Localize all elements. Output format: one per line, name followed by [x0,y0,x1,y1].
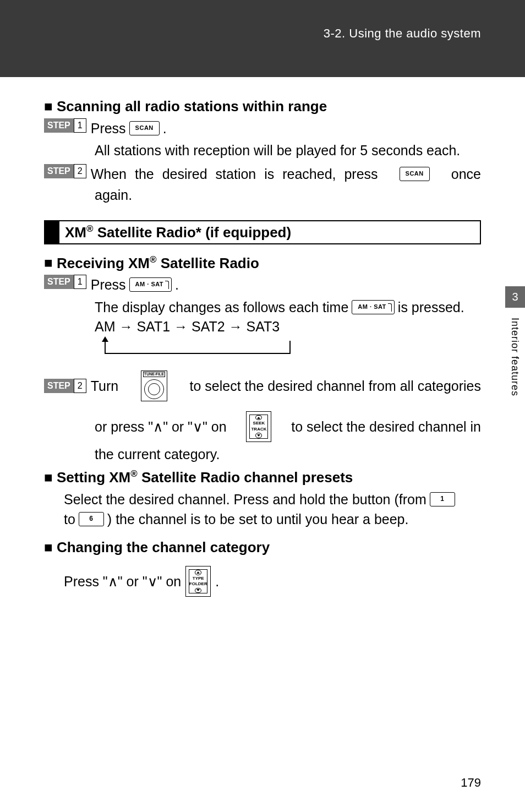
reg-mark: ® [86,224,93,234]
step1-text: Press SCAN . [91,118,481,138]
section-marker [45,221,59,243]
sequence-text: AM → SAT1 → SAT2 → SAT3 [95,319,280,334]
type-folder-button[interactable]: TYPE FOLDER [185,566,211,597]
section-title: XM® Satellite Radio* (if equipped) [59,221,297,243]
seek-label-2: TRACK [251,427,266,432]
heading-category: Changing the channel category [44,539,481,556]
band-sequence: AM → SAT1 → SAT2 → SAT3 [95,317,481,361]
rstep2-line1: Turn TUNE·FILE to select the desired cha… [91,370,481,401]
step-label: STEP [44,275,74,289]
scanning-step1: STEP 1 Press SCAN . [44,118,481,138]
step2-a: When the desired station is reached, pre… [91,164,378,184]
presets-b: to [64,509,75,529]
section-title-a: XM [65,224,86,241]
chapter-number: 3 [505,286,525,308]
step-number: 1 [74,118,86,133]
rstep2-e: the current category. [95,444,481,464]
reg-mark: ® [130,468,137,479]
presets-line1: Select the desired channel. Press and ho… [64,489,481,509]
page-number: 179 [461,776,481,790]
receiving-step1: STEP 1 Press AM · SAT . [44,275,481,295]
heading-presets: Setting XM® Satellite Radio channel pres… [44,468,481,486]
type-label-2: FOLDER [189,582,207,586]
step1-dot: . [163,118,167,138]
tune-file-knob[interactable]: TUNE·FILE [141,370,167,401]
breadcrumb: 3-2. Using the audio system [324,26,481,41]
page-content: Scanning all radio stations within range… [0,77,525,597]
scan-button[interactable]: SCAN [400,167,430,181]
step-badge: STEP 2 [44,379,86,393]
rstep2-c: or press "∧" or "∨" on [95,417,227,437]
step2-once: once [451,164,481,184]
step2-again: again. [95,185,481,205]
side-tab: 3 Interior features [505,286,525,479]
tune-file-label: TUNE·FILE [143,372,165,377]
step1-desc: All stations with reception will be play… [95,140,481,160]
type-label-1: TYPE [193,576,204,581]
step2-text: When the desired station is reached, pre… [91,164,481,184]
rstep2-turn: Turn [91,376,118,396]
category-dot: . [215,571,219,591]
step-badge: STEP 1 [44,118,86,133]
rstep1-desc: The display changes as follows each time… [95,297,481,317]
rstep1-press: Press [91,275,126,295]
step-number: 2 [74,379,86,393]
presets-line2: to 6 ) the channel is to be set to until… [64,509,481,529]
step-badge: STEP 2 [44,164,86,178]
step-label: STEP [44,164,74,178]
step1-press: Press [91,118,126,138]
section-title-b: Satellite Radio* (if equipped) [93,224,291,241]
step-badge: STEP 1 [44,275,86,289]
seek-label-1: SEEK [253,421,265,426]
sequence-loop-icon [98,337,291,361]
presets-a: Select the desired channel. Press and ho… [64,489,426,509]
category-line: Press "∧" or "∨" on TYPE FOLDER . [64,566,481,597]
preset-1-button[interactable]: 1 [430,492,455,506]
receiving-step2: STEP 2 Turn TUNE·FILE to select the desi… [44,370,481,401]
category-a: Press "∧" or "∨" on [64,571,181,591]
heading-receiving-a: Receiving XM [57,254,150,271]
preset-6-button[interactable]: 6 [79,512,104,526]
step-label: STEP [44,379,74,393]
rstep1-desc-b: is pressed. [398,297,464,317]
rstep2-b: to select the desired channel from all c… [190,376,481,396]
seek-track-button[interactable]: SEEK TRACK [246,411,271,442]
presets-c: ) the channel is to be set to until you … [107,509,409,529]
heading-receiving: Receiving XM® Satellite Radio [44,254,481,272]
step-label: STEP [44,118,74,133]
rstep1-dot: . [175,275,179,295]
rstep2-d: to select the desired channel in [291,417,481,437]
scan-button[interactable]: SCAN [129,121,160,135]
xm-section-bar: XM® Satellite Radio* (if equipped) [44,220,481,244]
chapter-label: Interior features [505,308,524,406]
amsat-button[interactable]: AM · SAT [129,277,172,292]
heading-receiving-b: Satellite Radio [156,254,259,271]
heading-presets-b: Satellite Radio channel presets [138,469,353,486]
amsat-button[interactable]: AM · SAT [352,300,394,314]
reg-mark: ® [150,254,156,265]
scanning-step2: STEP 2 When the desired station is reach… [44,164,481,184]
step-number: 1 [74,275,86,289]
step-number: 2 [74,164,86,178]
header-band: 3-2. Using the audio system [0,0,525,77]
rstep1-desc-a: The display changes as follows each time [95,297,348,317]
heading-scanning: Scanning all radio stations within range [44,98,481,115]
rstep1-text: Press AM · SAT . [91,275,481,295]
rstep2-line2: or press "∧" or "∨" on SEEK TRACK to sel… [95,411,481,442]
heading-presets-a: Setting XM [57,469,130,486]
